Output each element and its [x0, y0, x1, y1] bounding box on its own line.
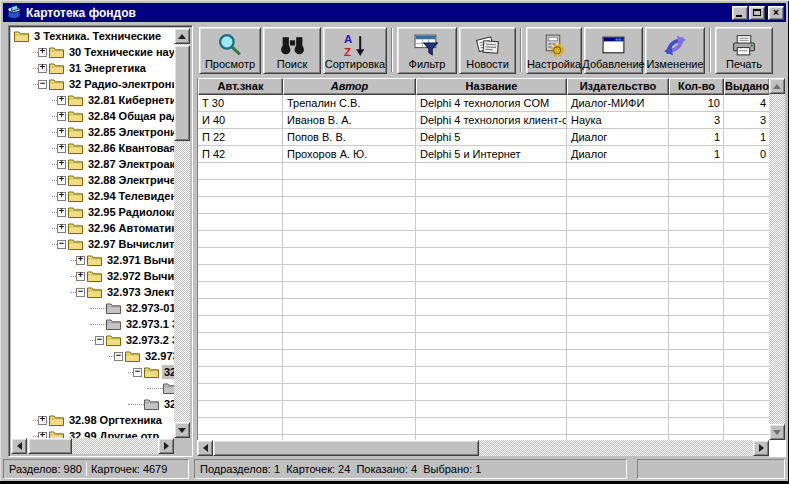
table-cell: Трепалин С.В.	[283, 95, 416, 112]
table-scroll-right-button[interactable]	[753, 440, 769, 456]
tree-item[interactable]: +32.84 Общая ради	[11, 108, 174, 124]
tree-item[interactable]: −32.973.2	[11, 348, 174, 364]
tree-scroll-left-button[interactable]	[11, 438, 27, 454]
expand-plus-icon[interactable]: +	[76, 272, 85, 281]
column-header-1[interactable]: Авт.знак	[198, 78, 283, 95]
tree-item[interactable]: +32.96 Автоматика	[11, 220, 174, 236]
table-scrollbar-corner	[769, 440, 786, 457]
tree-item[interactable]: −32.973.2 Эл	[11, 332, 174, 348]
table-cell: Иванов В. А.	[283, 112, 416, 129]
tree-scroll-right-button[interactable]	[158, 438, 174, 454]
table-scroll-down-button[interactable]	[769, 424, 785, 440]
toolbar-button-5[interactable]: Новости	[459, 27, 516, 74]
collapse-minus-icon[interactable]: −	[76, 288, 85, 297]
collapse-minus-icon[interactable]: −	[38, 80, 47, 89]
toolbar-button-1[interactable]: Просмотр	[199, 27, 261, 74]
expand-plus-icon[interactable]: +	[57, 112, 66, 121]
expand-plus-icon[interactable]: +	[57, 192, 66, 201]
tree-item[interactable]: +32.95 Радиолокац	[11, 204, 174, 220]
expand-plus-icon[interactable]: +	[57, 144, 66, 153]
app-icon[interactable]	[6, 5, 22, 20]
tree-item[interactable]: +32.94 Телевидени	[11, 188, 174, 204]
table-scroll-left-button[interactable]	[197, 440, 213, 456]
close-button[interactable]: ×	[768, 6, 784, 20]
table-cell: П 42	[198, 146, 283, 163]
column-header-4[interactable]: Издательство	[567, 78, 669, 95]
table-cell: Delphi 4 технология COM	[416, 95, 567, 112]
expand-plus-icon[interactable]: +	[38, 416, 47, 425]
column-header-3[interactable]: Название	[416, 78, 567, 95]
table-empty-row	[198, 316, 769, 333]
folder-icon	[68, 238, 83, 250]
collapse-minus-icon[interactable]: −	[133, 368, 142, 377]
expand-plus-icon[interactable]: +	[38, 64, 47, 73]
table-hscroll-thumb[interactable]	[213, 440, 479, 456]
toolbar-button-6[interactable]: Настройка	[526, 27, 582, 74]
toolbar-button-label: Печать	[726, 58, 762, 71]
expand-plus-icon[interactable]: +	[57, 128, 66, 137]
tree-scroll-up-button[interactable]	[174, 28, 190, 44]
collapse-minus-icon[interactable]: −	[95, 336, 104, 345]
tree-vscroll-thumb[interactable]	[174, 45, 190, 141]
toolbar-button-7[interactable]: Добавление	[584, 27, 643, 74]
tree-item[interactable]: +32.972 Вычисл	[11, 268, 174, 284]
tree-item-label: 32.97 Вычислител	[86, 237, 174, 251]
tree-item[interactable]: +32.85 Электроник	[11, 124, 174, 140]
tree-item[interactable]: 32	[11, 380, 174, 396]
tree-item[interactable]: 32.973-01 П	[11, 300, 174, 316]
tree-item[interactable]: +32.99 Другие отр	[11, 428, 174, 438]
tree-item[interactable]: −32.97	[11, 364, 174, 380]
tree-scroll-down-button[interactable]	[174, 422, 190, 438]
table-scroll-up-button[interactable]	[769, 78, 785, 94]
toolbar-button-9[interactable]: Печать	[715, 27, 773, 74]
tree-item[interactable]: +31 Энергетика	[11, 60, 174, 76]
tree-item[interactable]: −32.97 Вычислител	[11, 236, 174, 252]
expand-plus-icon[interactable]: +	[57, 224, 66, 233]
table-cell: 0	[724, 146, 769, 163]
tree-item[interactable]: 3 Техника. Технические	[11, 28, 174, 44]
column-header-5[interactable]: Кол-во	[669, 78, 724, 95]
tree-item-label: 32.973.1 Эл	[124, 317, 174, 331]
expand-plus-icon[interactable]: +	[76, 256, 85, 265]
toolbar-button-4[interactable]: Фильтр	[397, 27, 457, 74]
expand-plus-icon[interactable]: +	[57, 176, 66, 185]
toolbar-button-2[interactable]: Поиск	[263, 27, 321, 74]
expand-plus-icon[interactable]: +	[57, 208, 66, 217]
tree-item[interactable]: −32.973 Электр	[11, 284, 174, 300]
tree-item[interactable]: 32.973.1 Эл	[11, 316, 174, 332]
maximize-button[interactable]	[749, 6, 765, 20]
tree-item[interactable]: +32.98 Оргтехника	[11, 412, 174, 428]
column-header-2[interactable]: Автор	[283, 78, 416, 95]
table-row[interactable]: И 40Иванов В. А.Delphi 4 технология клие…	[198, 112, 769, 129]
toolbar-button-8[interactable]: Изменение	[645, 27, 705, 74]
table-row[interactable]: П 22Попов В. В.Delphi 5Диалог11	[198, 129, 769, 146]
tree-item[interactable]: +30 Технические наук	[11, 44, 174, 60]
minimize-button[interactable]	[732, 6, 748, 20]
tree-item[interactable]: +32.87 Электроаку	[11, 156, 174, 172]
collapse-minus-icon[interactable]: −	[114, 352, 123, 361]
table-empty-cell	[567, 401, 669, 418]
tree-item[interactable]: +32.971 Вычисл	[11, 252, 174, 268]
table-cell: Прохоров А. Ю.	[283, 146, 416, 163]
table-horizontal-scrollbar	[197, 440, 769, 456]
tree-item[interactable]: −32 Радио-электроник	[11, 76, 174, 92]
tree-item[interactable]: 32.97	[11, 396, 174, 412]
table-empty-cell	[198, 418, 283, 435]
tree-item[interactable]: +32.81 Кибернетик	[11, 92, 174, 108]
folder-icon	[68, 142, 83, 154]
expand-plus-icon[interactable]: +	[57, 96, 66, 105]
expand-plus-icon[interactable]: +	[38, 48, 47, 57]
tree-hscroll-thumb[interactable]	[28, 438, 72, 454]
table-empty-row	[198, 282, 769, 299]
statusbar-tree-panel: Разделов: 980 Карточек: 4679	[3, 459, 189, 479]
column-header-6[interactable]: Выдано	[724, 78, 769, 95]
tree-item[interactable]: +32.86 Квантовая э	[11, 140, 174, 156]
table-row[interactable]: П 42Прохоров А. Ю.Delphi 5 и ИнтернетДиа…	[198, 146, 769, 163]
tree-item[interactable]: +32.88 Электричес	[11, 172, 174, 188]
table-row[interactable]: Т 30Трепалин С.В.Delphi 4 технология COM…	[198, 95, 769, 112]
table-vscroll-track[interactable]	[769, 78, 785, 440]
toolbar-button-3[interactable]: AZСортировка	[323, 27, 387, 74]
tree-item-label: 32.95 Радиолокац	[86, 205, 174, 219]
collapse-minus-icon[interactable]: −	[57, 240, 66, 249]
expand-plus-icon[interactable]: +	[57, 160, 66, 169]
